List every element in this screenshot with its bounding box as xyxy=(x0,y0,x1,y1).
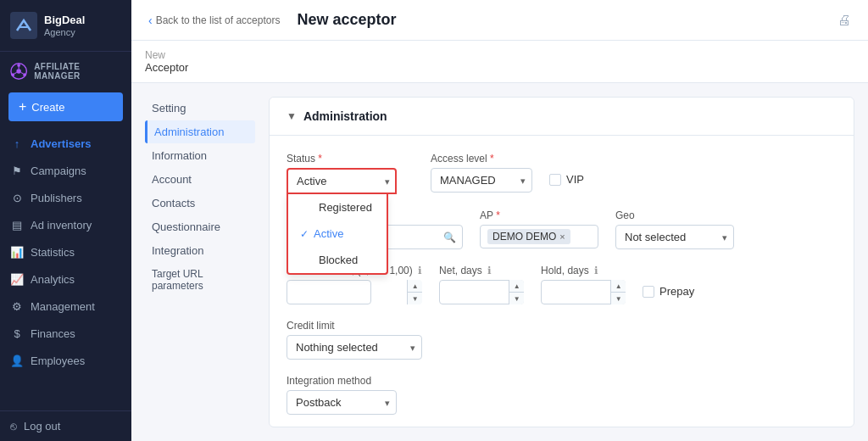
access-level-label: Access level * xyxy=(431,153,532,165)
analytics-icon: 📈 xyxy=(10,272,24,286)
sidebar-item-statistics[interactable]: 📊 Statistics xyxy=(0,238,131,265)
svg-point-3 xyxy=(17,64,20,67)
plus-icon: + xyxy=(19,99,26,114)
svg-point-5 xyxy=(11,73,14,76)
sidebar-item-label: Analytics xyxy=(31,273,75,286)
finances-icon: $ xyxy=(10,327,24,340)
subnav-account[interactable]: Account xyxy=(145,168,255,191)
create-button[interactable]: + Create xyxy=(8,92,123,121)
sub-navigation: Setting Administration Information Accou… xyxy=(145,97,255,427)
insurance-spinner: ▲ ▼ xyxy=(407,280,422,304)
sidebar-item-management[interactable]: ⚙ Management xyxy=(0,293,131,320)
access-level-select[interactable]: MANAGED xyxy=(431,168,532,193)
hold-days-decrement[interactable]: ▼ xyxy=(611,293,626,304)
integration-method-field: Integration method Postback xyxy=(287,375,397,415)
status-dropdown-container: Active Registered ✓ xyxy=(287,168,397,194)
insurance-decrement[interactable]: ▼ xyxy=(408,293,422,304)
breadcrumb-new: New Acceptor xyxy=(131,41,202,82)
ap-tag-input[interactable]: DEMO DEMO × xyxy=(480,225,598,248)
svg-point-4 xyxy=(23,73,26,76)
status-required: * xyxy=(315,153,322,165)
net-days-increment[interactable]: ▲ xyxy=(509,280,524,293)
sidebar-item-publishers[interactable]: ⊙ Publishers xyxy=(0,184,131,211)
insurance-input-wrapper: ▲ ▼ xyxy=(287,280,422,304)
subnav-information[interactable]: Information xyxy=(145,144,255,167)
subnav-administration[interactable]: Administration xyxy=(145,120,255,143)
insurance-increment[interactable]: ▲ xyxy=(408,280,422,293)
hold-days-increment[interactable]: ▲ xyxy=(611,280,626,293)
subnav-integration[interactable]: Integration xyxy=(145,239,255,262)
nav-list: ↑ Advertisers ⚑ Campaigns ⊙ Publishers ▤… xyxy=(0,130,131,374)
administration-body: Status * Active xyxy=(270,136,854,427)
logo: BigDeal Agency xyxy=(0,0,131,52)
ad-inventory-icon: ▤ xyxy=(10,218,24,232)
subnav-contacts[interactable]: Contacts xyxy=(145,192,255,215)
back-link[interactable]: ‹ Back to the list of acceptors xyxy=(148,14,280,27)
geo-label: Geo xyxy=(615,209,734,221)
hold-days-info-icon: ℹ xyxy=(594,265,598,276)
sidebar-item-analytics[interactable]: 📈 Analytics xyxy=(0,265,131,293)
prepay-checkbox[interactable] xyxy=(643,286,654,298)
status-option-active[interactable]: ✓ Active xyxy=(288,220,387,247)
administration-header[interactable]: ▼ Administration xyxy=(270,98,854,136)
sidebar-item-finances[interactable]: $ Finances xyxy=(0,320,131,347)
integration-method-label: Integration method xyxy=(287,375,397,387)
sidebar-item-employees[interactable]: 👤 Employees xyxy=(0,347,131,374)
net-days-field: Net, days ℹ ▲ ▼ xyxy=(439,265,524,304)
topbar-left: ‹ Back to the list of acceptors New acce… xyxy=(148,11,396,29)
geo-select[interactable]: Not selected xyxy=(615,225,734,249)
status-select[interactable]: Active xyxy=(287,168,397,194)
active-label: Active xyxy=(314,227,343,240)
management-icon: ⚙ xyxy=(10,299,24,313)
subnav-questionnaire[interactable]: Questionnaire xyxy=(145,215,255,238)
insurance-info-icon: ℹ xyxy=(418,265,422,276)
sidebar: BigDeal Agency AFFILIATE MANAGER + Creat… xyxy=(0,0,131,441)
ap-tag-remove-icon[interactable]: × xyxy=(559,232,565,242)
access-level-select-wrapper: MANAGED xyxy=(431,168,532,193)
subnav-target-url[interactable]: Target URL parameters xyxy=(145,263,255,297)
logout-button[interactable]: ⎋ Log out xyxy=(0,410,131,441)
back-arrow-icon: ‹ xyxy=(148,14,153,27)
access-level-field: Access level * MANAGED xyxy=(431,153,532,193)
blocked-label: Blocked xyxy=(319,254,358,266)
credit-limit-label: Credit limit xyxy=(287,320,422,332)
registered-label: Registered xyxy=(319,201,372,214)
integration-method-select-wrapper: Postback xyxy=(287,390,397,415)
form-panel: ▼ Administration Status * xyxy=(269,97,854,427)
insurance-input[interactable] xyxy=(287,280,371,304)
status-dropdown-menu: Registered ✓ Active Blocked xyxy=(287,194,388,275)
ap-tag: DEMO DEMO × xyxy=(487,229,570,244)
content-area: Setting Administration Information Accou… xyxy=(131,83,868,441)
status-option-blocked[interactable]: Blocked xyxy=(288,247,387,273)
net-days-input-wrapper: ▲ ▼ xyxy=(439,280,524,304)
subnav-setting[interactable]: Setting xyxy=(145,97,255,120)
hold-days-spinner: ▲ ▼ xyxy=(610,280,626,304)
net-days-decrement[interactable]: ▼ xyxy=(509,293,524,304)
sidebar-item-label: Ad inventory xyxy=(31,219,92,232)
status-field: Status * Active xyxy=(287,153,397,194)
role-section: AFFILIATE MANAGER xyxy=(0,52,131,87)
sidebar-item-label: Management xyxy=(31,300,95,313)
create-label: Create xyxy=(31,101,64,114)
ap-label: AP * xyxy=(480,209,598,221)
advertisers-icon: ↑ xyxy=(10,137,24,150)
statistics-icon: 📊 xyxy=(10,245,24,259)
print-icon[interactable]: 🖨 xyxy=(837,13,851,28)
credit-limit-field: Credit limit Nothing selected xyxy=(287,320,422,360)
geo-field: Geo Not selected xyxy=(615,209,734,249)
integration-method-select[interactable]: Postback xyxy=(287,390,397,415)
vip-checkbox[interactable] xyxy=(549,174,561,186)
credit-limit-select[interactable]: Nothing selected xyxy=(287,335,422,360)
logout-label: Log out xyxy=(24,420,60,433)
administration-title: Administration xyxy=(303,109,387,123)
back-label: Back to the list of acceptors xyxy=(156,14,281,26)
form-row-credit: Credit limit Nothing selected xyxy=(287,320,837,360)
sidebar-item-label: Advertisers xyxy=(31,137,92,150)
sidebar-item-advertisers[interactable]: ↑ Advertisers xyxy=(0,130,131,157)
status-option-registered[interactable]: Registered xyxy=(288,194,387,220)
ap-tag-value: DEMO DEMO xyxy=(492,231,556,243)
sidebar-item-campaigns[interactable]: ⚑ Campaigns xyxy=(0,157,131,184)
sidebar-item-ad-inventory[interactable]: ▤ Ad inventory xyxy=(0,211,131,238)
prepay-label: Prepay xyxy=(659,285,694,298)
net-days-label: Net, days ℹ xyxy=(439,265,524,276)
